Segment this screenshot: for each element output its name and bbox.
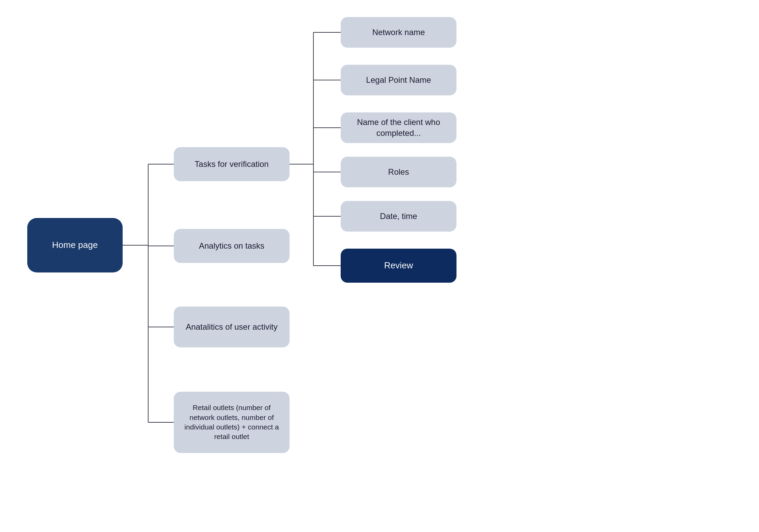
network-name-label: Network name: [372, 27, 425, 38]
home-page-node[interactable]: Home page: [27, 218, 123, 272]
tasks-node[interactable]: Tasks for verification: [174, 147, 290, 181]
roles-node[interactable]: Roles: [341, 157, 456, 187]
client-name-node[interactable]: Name of the client who completed...: [341, 112, 456, 143]
review-node[interactable]: Review: [341, 249, 456, 283]
tasks-label: Tasks for verification: [195, 159, 268, 170]
review-label: Review: [384, 260, 413, 271]
retail-label: Retail outlets (number of network outlet…: [179, 403, 284, 441]
client-name-label: Name of the client who completed...: [341, 117, 456, 139]
network-name-node[interactable]: Network name: [341, 17, 456, 48]
analytics-node[interactable]: Analytics on tasks: [174, 229, 290, 263]
roles-label: Roles: [388, 167, 409, 177]
user-activity-label: Anatalitics of user activity: [186, 322, 277, 332]
date-time-node[interactable]: Date, time: [341, 201, 456, 232]
date-time-label: Date, time: [380, 211, 417, 222]
legal-point-label: Legal Point Name: [366, 75, 431, 85]
user-activity-node[interactable]: Anatalitics of user activity: [174, 307, 290, 347]
diagram-container: Home page Tasks for verification Analyti…: [0, 0, 759, 532]
analytics-label: Analytics on tasks: [199, 240, 264, 251]
retail-node[interactable]: Retail outlets (number of network outlet…: [174, 392, 290, 453]
legal-point-node[interactable]: Legal Point Name: [341, 65, 456, 95]
home-page-label: Home page: [52, 239, 98, 251]
